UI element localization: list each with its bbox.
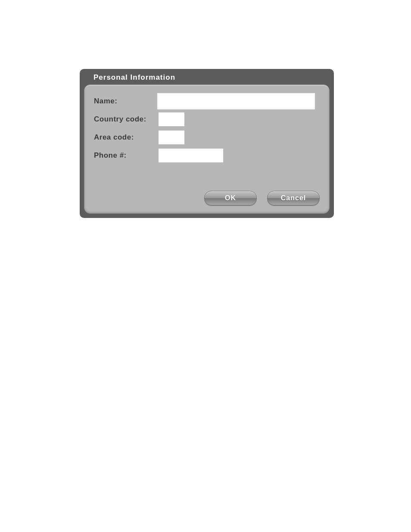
row-area-code: Area code:	[94, 131, 320, 144]
row-phone: Phone #:	[94, 149, 320, 162]
dialog-panel: Name: Country code: Area code: Phone #: …	[84, 84, 330, 214]
button-row: OK Cancel	[204, 191, 320, 205]
ok-button[interactable]: OK	[204, 191, 257, 205]
dialog-title: Personal Information	[80, 69, 334, 84]
area-code-input[interactable]	[159, 131, 184, 144]
label-phone: Phone #:	[94, 151, 159, 160]
row-name: Name:	[94, 94, 320, 108]
cancel-button[interactable]: Cancel	[267, 191, 320, 205]
country-code-input[interactable]	[159, 112, 184, 126]
personal-information-dialog: Personal Information Name: Country code:…	[80, 69, 334, 218]
label-area-code: Area code:	[94, 133, 159, 142]
label-country-code: Country code:	[94, 115, 159, 124]
label-name: Name:	[94, 97, 159, 106]
row-country-code: Country code:	[94, 112, 320, 126]
phone-input[interactable]	[159, 149, 223, 162]
name-input[interactable]	[159, 94, 314, 108]
